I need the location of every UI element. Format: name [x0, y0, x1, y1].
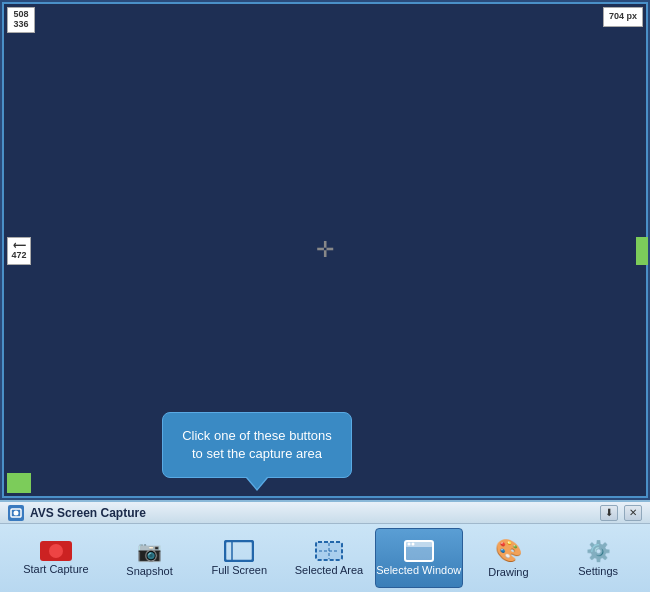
minimize-button[interactable]: ⬇ — [600, 505, 618, 521]
svg-point-1 — [14, 510, 19, 515]
selected-window-icon — [404, 540, 434, 562]
snapshot-label: Snapshot — [126, 565, 172, 577]
drawing-icon: 🎨 — [495, 538, 522, 564]
full-screen-button[interactable]: Full Screen — [195, 528, 283, 588]
record-dot — [49, 544, 63, 558]
settings-button[interactable]: ⚙️ Settings — [554, 528, 642, 588]
buttons-row: Start Capture 📷 Snapshot Full Screen — [0, 524, 650, 592]
handle-left-mid[interactable]: ⟵ 472 — [7, 237, 31, 265]
svg-rect-2 — [225, 541, 253, 561]
selected-window-button[interactable]: Selected Window — [375, 528, 463, 588]
start-capture-label: Start Capture — [23, 563, 88, 575]
snapshot-button[interactable]: 📷 Snapshot — [106, 528, 194, 588]
app-icon — [8, 505, 24, 521]
handle-bottom-left[interactable] — [7, 473, 31, 493]
fullscreen-icon — [224, 540, 254, 562]
svg-point-10 — [411, 543, 414, 546]
toolbar: AVS Screen Capture ⬇ ✕ Start Capture 📷 S… — [0, 500, 650, 592]
close-button[interactable]: ✕ — [624, 505, 642, 521]
handle-top-left[interactable]: 508 336 — [7, 7, 35, 33]
width-label: 704 px — [609, 12, 637, 22]
full-screen-label: Full Screen — [211, 564, 267, 576]
selected-area-icon — [314, 540, 344, 562]
capture-area[interactable]: 508 336 704 px ⟵ 472 ✛ Click one of thes… — [0, 0, 650, 500]
svg-point-9 — [407, 543, 410, 546]
height-sub-label: 336 — [13, 20, 28, 30]
move-cursor: ✛ — [313, 238, 337, 262]
selected-area-label: Selected Area — [295, 564, 364, 576]
close-icon: ✕ — [629, 507, 637, 518]
download-icon: ⬇ — [605, 507, 613, 518]
handle-right-mid[interactable] — [636, 237, 648, 265]
selected-window-label: Selected Window — [376, 564, 461, 576]
title-bar-right: ⬇ ✕ — [600, 505, 642, 521]
drawing-button[interactable]: 🎨 Drawing — [465, 528, 553, 588]
title-bar-left: AVS Screen Capture — [8, 505, 146, 521]
selected-area-button[interactable]: Selected Area — [285, 528, 373, 588]
tooltip-bubble: Click one of these buttons to set the ca… — [162, 412, 352, 478]
handle-top-right[interactable]: 704 px — [603, 7, 643, 27]
left-sub-label: 472 — [11, 251, 26, 261]
tooltip-text: Click one of these buttons to set the ca… — [182, 428, 332, 461]
record-icon — [40, 541, 72, 561]
app-title: AVS Screen Capture — [30, 506, 146, 520]
gear-icon: ⚙️ — [586, 539, 610, 563]
drawing-label: Drawing — [488, 566, 528, 578]
camera-icon: 📷 — [137, 539, 162, 563]
settings-label: Settings — [578, 565, 618, 577]
title-bar: AVS Screen Capture ⬇ ✕ — [0, 502, 650, 524]
start-capture-button[interactable]: Start Capture — [8, 528, 104, 588]
